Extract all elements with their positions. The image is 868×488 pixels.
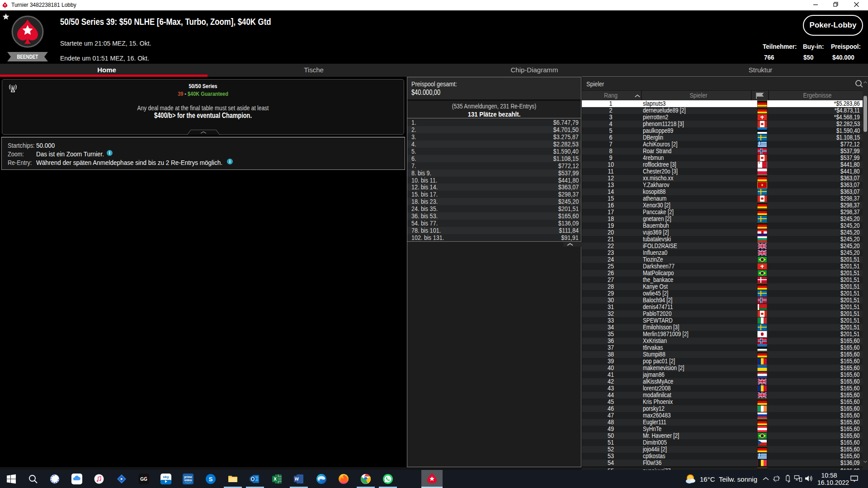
svg-text:S: S [209,476,213,483]
svg-text:GG: GG [140,477,147,482]
svg-text:video: video [184,479,192,482]
svg-text:sky: sky [163,475,169,479]
